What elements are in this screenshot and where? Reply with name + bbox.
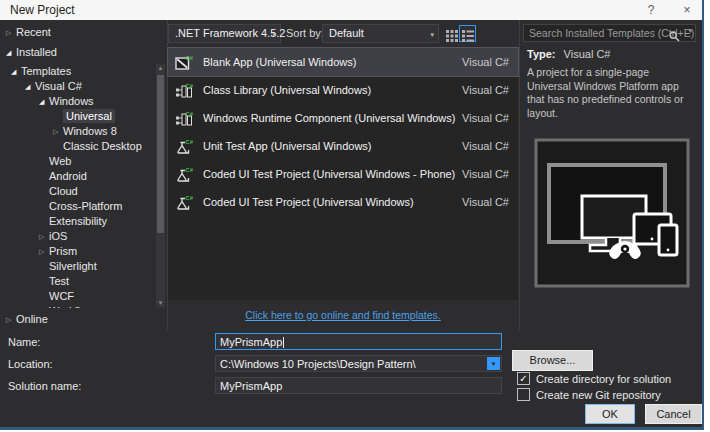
- list-panel-divider: [519, 20, 520, 330]
- unit-test-icon: C#: [175, 138, 193, 155]
- sidebar-item-cloud[interactable]: Cloud: [0, 184, 156, 199]
- title-bar: New Project ? ×: [0, 0, 702, 20]
- type-value: Visual C#: [564, 48, 611, 60]
- template-language: Visual C#: [462, 168, 509, 180]
- chevron-down-icon[interactable]: ▾: [688, 27, 692, 35]
- template-item-unit-test-app-universal-windows[interactable]: C#Unit Test App (Universal Windows)Visua…: [168, 132, 518, 160]
- create-directory-checkbox[interactable]: [517, 372, 530, 385]
- sidebar-item-wcf[interactable]: WCF: [0, 289, 156, 304]
- close-icon[interactable]: ×: [674, 2, 700, 18]
- sidebar-item-windows[interactable]: ◢Windows: [0, 94, 156, 109]
- expanded-triangle-icon[interactable]: ◢: [11, 64, 21, 79]
- collapsed-triangle-icon[interactable]: ▷: [6, 312, 16, 328]
- chevron-down-icon: ▾: [272, 26, 276, 43]
- name-input[interactable]: MyPrismApp: [215, 333, 502, 350]
- blank-app-icon: C#: [175, 54, 193, 71]
- scroll-down-icon[interactable]: ▼: [156, 299, 165, 308]
- template-item-class-library-universal-windows[interactable]: C#Class Library (Universal Windows)Visua…: [168, 76, 518, 104]
- online-link-row: Click here to go online and find templat…: [168, 305, 518, 323]
- svg-text:C#: C#: [185, 83, 193, 89]
- template-name: Coded UI Test Project (Universal Windows…: [203, 196, 462, 208]
- sidebar-item-installed[interactable]: ◢Installed: [0, 44, 166, 64]
- sidebar-item-templates[interactable]: ◢Templates: [0, 64, 156, 79]
- template-item-coded-ui-test-project-universal-windows-phone[interactable]: C#Coded UI Test Project (Universal Windo…: [168, 160, 518, 188]
- browse-button[interactable]: Browse...: [512, 350, 593, 371]
- scroll-up-icon[interactable]: ▲: [156, 64, 165, 73]
- search-icon[interactable]: [669, 28, 680, 46]
- sidebar-item-ios[interactable]: ▷iOS: [0, 229, 156, 244]
- collapsed-triangle-icon[interactable]: ▷: [53, 124, 63, 139]
- cancel-button[interactable]: Cancel: [645, 404, 702, 424]
- sidebar-item-visual-c[interactable]: ◢Visual C#: [0, 79, 156, 94]
- name-value: MyPrismApp: [220, 336, 282, 348]
- new-project-dialog-screen: New Project ? × ▷Recent◢Installed ◢Templ…: [0, 0, 710, 432]
- sidebar-item-classic-desktop[interactable]: Classic Desktop: [0, 139, 156, 154]
- template-item-windows-runtime-component-universal-windows[interactable]: C#Windows Runtime Component (Universal W…: [168, 104, 518, 132]
- sidebar-item-test[interactable]: Test: [0, 274, 156, 289]
- git-repository-label: Create new Git repository: [536, 389, 661, 401]
- framework-dropdown[interactable]: .NET Framework 4.5.2 ▾: [168, 24, 281, 43]
- expanded-triangle-icon[interactable]: ◢: [6, 45, 16, 61]
- sidebar-item-label: WCF: [49, 290, 74, 302]
- expanded-triangle-icon[interactable]: ◢: [39, 94, 49, 109]
- small-icons-view-button[interactable]: [446, 28, 458, 46]
- template-item-blank-app-universal-windows[interactable]: C#Blank App (Universal Windows)Visual C#: [168, 48, 518, 76]
- svg-text:C#: C#: [185, 167, 193, 173]
- collapsed-triangle-icon[interactable]: ▷: [6, 25, 16, 41]
- ok-button[interactable]: OK: [585, 404, 635, 424]
- list-view-icon: [462, 30, 474, 42]
- template-language: Visual C#: [462, 140, 509, 152]
- location-dropdown-button[interactable]: ▾: [487, 357, 500, 370]
- sidebar-item-windows-8[interactable]: ▷Windows 8: [0, 124, 156, 139]
- sort-by-label: Sort by:: [286, 27, 324, 39]
- help-button[interactable]: ?: [638, 2, 664, 18]
- sidebar-bottom-sections: ▷Online: [0, 311, 166, 331]
- list-view-button[interactable]: [459, 25, 476, 42]
- sidebar-item-silverlight[interactable]: Silverlight: [0, 259, 156, 274]
- template-list: C#Blank App (Universal Windows)Visual C#…: [168, 48, 518, 300]
- template-name: Blank App (Universal Windows): [203, 56, 462, 68]
- sort-dropdown[interactable]: Default ▾: [322, 24, 439, 43]
- sidebar-item-online[interactable]: ▷Online: [0, 311, 166, 331]
- template-category-tree: ◢Templates◢Visual C#◢WindowsUniversal▷Wi…: [0, 64, 156, 308]
- scrollbar-thumb[interactable]: [157, 75, 164, 233]
- sidebar-item-recent[interactable]: ▷Recent: [0, 24, 166, 44]
- sidebar-item-label: Installed: [16, 46, 57, 58]
- collapsed-triangle-icon[interactable]: ▷: [39, 244, 49, 259]
- sidebar-item-web[interactable]: Web: [0, 154, 156, 169]
- tree-scrollbar[interactable]: ▲ ▼: [156, 64, 165, 308]
- template-description: A project for a single-page Universal Wi…: [527, 66, 691, 120]
- sidebar-item-prism[interactable]: ▷Prism: [0, 244, 156, 259]
- sidebar-item-universal[interactable]: Universal: [0, 109, 156, 124]
- grid-view-icon: [446, 30, 458, 42]
- git-repository-checkbox-row: Create new Git repository: [517, 388, 661, 401]
- sidebar-item-label: Workflow: [49, 305, 94, 308]
- sidebar-item-workflow[interactable]: Workflow: [0, 304, 156, 308]
- go-online-link[interactable]: Click here to go online and find templat…: [245, 309, 441, 321]
- sidebar-item-label: Windows 8: [63, 125, 117, 137]
- coded-ui-test-icon: C#: [175, 166, 193, 183]
- sidebar-item-cross-platform[interactable]: Cross-Platform: [0, 199, 156, 214]
- template-name: Class Library (Universal Windows): [203, 84, 462, 96]
- framework-dropdown-value: .NET Framework 4.5.2: [175, 27, 285, 39]
- template-name: Unit Test App (Universal Windows): [203, 140, 462, 152]
- svg-text:C#: C#: [185, 55, 193, 61]
- sidebar-item-label: Windows: [49, 95, 94, 107]
- create-directory-checkbox-row: Create directory for solution: [517, 372, 671, 385]
- sidebar-item-label: Classic Desktop: [63, 140, 142, 152]
- text-caret: [283, 337, 284, 348]
- sidebar-item-label: Web: [49, 155, 71, 167]
- search-input[interactable]: Search Installed Templates (Ctrl+E) ▾: [523, 24, 696, 42]
- sidebar-item-label: Test: [49, 275, 69, 287]
- location-input[interactable]: C:\Windows 10 Projects\Design Pattern\ ▾: [215, 355, 502, 372]
- sidebar-item-extensibility[interactable]: Extensibility: [0, 214, 156, 229]
- git-repository-checkbox[interactable]: [517, 388, 530, 401]
- solution-name-input[interactable]: MyPrismApp: [215, 377, 502, 394]
- svg-text:C#: C#: [185, 195, 193, 201]
- template-item-coded-ui-test-project-universal-windows[interactable]: C#Coded UI Test Project (Universal Windo…: [168, 188, 518, 216]
- sidebar-item-label: Extensibility: [49, 215, 107, 227]
- expanded-triangle-icon[interactable]: ◢: [25, 79, 35, 94]
- sidebar-item-android[interactable]: Android: [0, 169, 156, 184]
- collapsed-triangle-icon[interactable]: ▷: [39, 229, 49, 244]
- template-language: Visual C#: [462, 196, 509, 208]
